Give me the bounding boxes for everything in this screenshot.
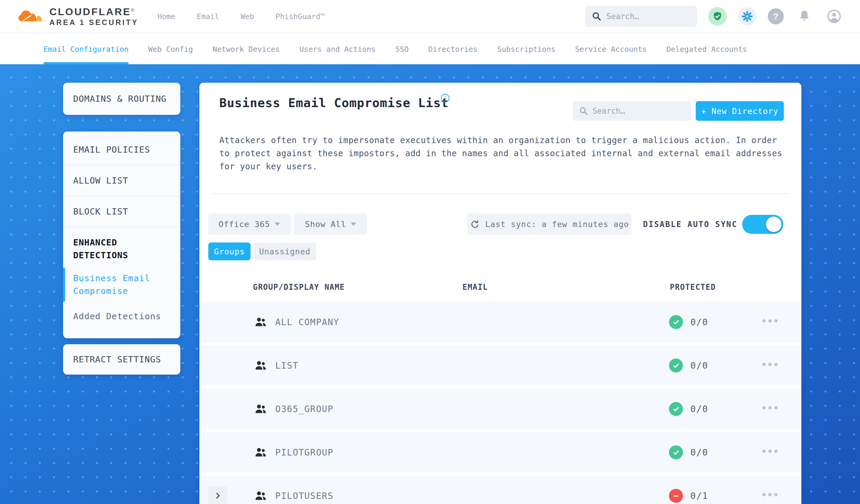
notifications-button[interactable]: [795, 7, 814, 26]
column-header-protected: PROTECTED: [670, 283, 716, 291]
brand-subtitle: AREA 1 SECURITY: [49, 18, 138, 27]
toggle-knob: [766, 217, 782, 232]
last-sync-status: Last sync: a few minutes ago: [467, 214, 631, 235]
nav-item-home[interactable]: Home: [157, 12, 175, 21]
page-title: Business Email Compromise List: [219, 96, 449, 110]
table-row[interactable]: PILOTGROUP 0/0: [199, 432, 801, 473]
tab-directories[interactable]: Directories: [428, 34, 478, 64]
group-name: PILOTUSERS: [275, 491, 333, 501]
check-icon: [672, 405, 680, 414]
global-search[interactable]: [585, 6, 697, 27]
column-header-email: EMAIL: [462, 283, 488, 291]
show-filter-dropdown[interactable]: Show All: [294, 214, 367, 235]
sidebar-item-enhanced-detections[interactable]: ENHANCED DETECTIONS: [63, 236, 161, 262]
list-search-input[interactable]: [592, 106, 685, 115]
info-icon[interactable]: [441, 93, 450, 103]
protected-count: 0/0: [690, 447, 708, 458]
protected-status-icon: [669, 359, 683, 373]
group-icon: [254, 315, 268, 329]
refresh-icon: [470, 219, 480, 230]
group-icon: [254, 489, 268, 503]
bec-panel: Business Email Compromise List + New Dir…: [199, 83, 801, 504]
sidebar-item-block-list[interactable]: BLOCK LIST: [63, 196, 180, 227]
group-icon: [254, 359, 268, 372]
table-row[interactable]: O365_GROUP 0/0: [199, 389, 801, 429]
settings-button[interactable]: [738, 7, 757, 26]
help-button[interactable]: ?: [768, 8, 784, 24]
auto-sync-label: DISABLE AUTO SYNC: [643, 214, 737, 235]
source-filter-dropdown[interactable]: Office 365: [208, 214, 290, 235]
check-icon: [672, 318, 680, 327]
search-icon: [591, 11, 602, 21]
group-icon: [254, 402, 268, 416]
group-name: LIST: [275, 360, 299, 371]
bell-icon: [797, 9, 812, 24]
view-tab-groups[interactable]: Groups: [208, 243, 250, 260]
expand-row-button[interactable]: [208, 486, 227, 504]
brand[interactable]: CLOUDFLARE® AREA 1 SECURITY: [17, 6, 138, 27]
sidebar-item-allow-list[interactable]: ALLOW LIST: [63, 165, 180, 196]
table-row[interactable]: PILOTUSERS 0/1: [199, 476, 801, 504]
section-tabs: Email Configuration Web Config Network D…: [0, 34, 860, 64]
nav-item-phishguard[interactable]: PhishGuard™: [275, 12, 325, 21]
protected-status-icon: [669, 445, 683, 459]
app-window: CLOUDFLARE® AREA 1 SECURITY Home Email W…: [0, 0, 860, 504]
chevron-down-icon: [275, 222, 280, 226]
question-mark-icon: ?: [773, 11, 778, 21]
row-menu-button[interactable]: [762, 363, 777, 366]
tab-network-devices[interactable]: Network Devices: [213, 34, 280, 64]
gear-icon: [741, 11, 753, 22]
search-icon: [579, 106, 588, 116]
sidebar-item-retract-settings[interactable]: RETRACT SETTINGS: [63, 354, 171, 364]
auto-sync-toggle[interactable]: [742, 215, 783, 234]
security-status-button[interactable]: [708, 7, 727, 26]
top-bar: CLOUDFLARE® AREA 1 SECURITY Home Email W…: [0, 0, 860, 33]
content-stage: DOMAINS & ROUTING EMAIL POLICIES ALLOW L…: [0, 64, 860, 504]
protected-count: 0/0: [690, 317, 708, 327]
tab-web-config[interactable]: Web Config: [148, 34, 193, 64]
tab-subscriptions[interactable]: Subscriptions: [497, 34, 556, 64]
check-icon: [672, 448, 680, 457]
view-tab-unassigned[interactable]: Unassigned: [254, 243, 316, 260]
list-search[interactable]: [573, 101, 691, 121]
tab-sso[interactable]: SSO: [395, 34, 408, 64]
nav-item-web[interactable]: Web: [241, 12, 254, 21]
table-row[interactable]: LIST 0/0: [199, 345, 801, 386]
sidebar-section-enhanced-detections: ENHANCED DETECTIONS Business Email Compr…: [63, 227, 180, 335]
trademark: ®: [131, 8, 135, 13]
sidebar-card-domains-routing[interactable]: DOMAINS & ROUTING: [63, 83, 180, 115]
table-row[interactable]: ALL COMPANY 0/0: [199, 302, 801, 342]
column-header-group-display-name: GROUP/DISPLAY NAME: [253, 283, 345, 291]
page-description: Attackers often try to impersonate execu…: [219, 134, 789, 173]
table-header: GROUP/DISPLAY NAME EMAIL PROTECTED: [199, 283, 801, 294]
row-menu-button[interactable]: [762, 449, 777, 453]
global-search-input[interactable]: [606, 12, 690, 21]
protected-status-icon: [669, 402, 683, 416]
protected-count: 0/0: [690, 404, 708, 414]
sidebar-item-email-policies[interactable]: EMAIL POLICIES: [63, 134, 180, 165]
chevron-down-icon: [351, 222, 356, 226]
row-menu-button[interactable]: [762, 406, 777, 409]
row-menu-button[interactable]: [762, 493, 777, 496]
sidebar-item-added-detections[interactable]: Added Detections: [63, 308, 180, 325]
protected-count: 0/1: [690, 491, 708, 501]
brand-name: CLOUDFLARE®: [49, 6, 138, 17]
nav-item-email[interactable]: Email: [197, 12, 219, 21]
protected-count: 0/0: [690, 360, 708, 371]
group-name: PILOTGROUP: [275, 447, 333, 458]
sidebar-item-domains-routing[interactable]: DOMAINS & ROUTING: [63, 94, 177, 104]
divider: [211, 193, 789, 194]
protected-status-icon: [669, 315, 683, 329]
account-button[interactable]: [825, 7, 843, 26]
tab-service-accounts[interactable]: Service Accounts: [575, 34, 647, 64]
tab-delegated-accounts[interactable]: Delegated Accounts: [666, 34, 747, 64]
tab-email-configuration[interactable]: Email Configuration: [43, 34, 129, 64]
sidebar-item-business-email-compromise[interactable]: Business Email Compromise: [63, 270, 180, 300]
cloudflare-logo-icon: [17, 8, 45, 25]
new-directory-button[interactable]: + New Directory: [696, 101, 784, 121]
group-name: ALL COMPANY: [275, 317, 339, 327]
tab-users-and-actions[interactable]: Users and Actions: [299, 34, 375, 64]
sidebar-card-retract[interactable]: RETRACT SETTINGS: [63, 344, 180, 375]
check-icon: [672, 361, 680, 370]
row-menu-button[interactable]: [762, 319, 777, 322]
